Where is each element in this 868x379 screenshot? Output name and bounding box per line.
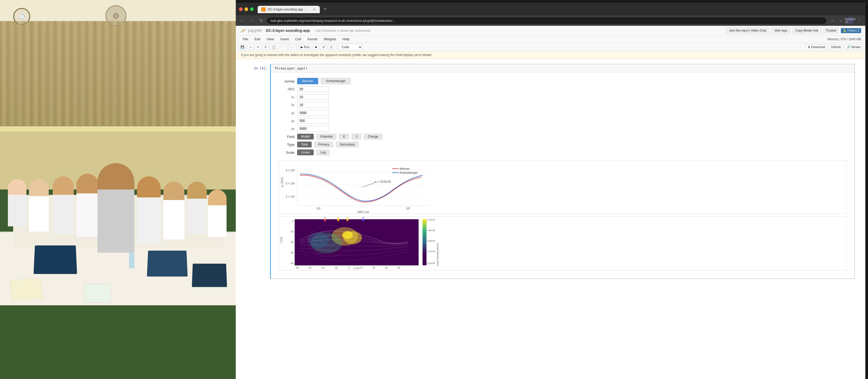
param-input-rho1[interactable] bbox=[297, 110, 329, 116]
back-button[interactable]: ← bbox=[239, 17, 246, 24]
close-window-button[interactable] bbox=[239, 7, 243, 11]
menu-kernel[interactable]: Kernel bbox=[305, 36, 320, 42]
copy-button[interactable]: ⎘ bbox=[262, 44, 269, 50]
download-button[interactable]: ⬇ Download bbox=[806, 44, 828, 50]
browser-tab-active[interactable]: J DC-3-layer-sounding-app - Ju... ✕ bbox=[258, 6, 320, 13]
tab-close-button[interactable]: ✕ bbox=[312, 7, 316, 11]
svg-text:A: A bbox=[324, 217, 326, 219]
visit-repo-button[interactable]: Visit repo bbox=[771, 27, 790, 34]
bookmark-icon[interactable]: ☆ bbox=[829, 17, 836, 24]
restart-run-button[interactable]: ⟩⟩ bbox=[328, 44, 335, 50]
jupyter-toolbar: 💾 + ✂ ⎘ 📋 ↑ ↓ ▶ Run ■ ↺ ⟩⟩ Code Markdown… bbox=[236, 43, 865, 51]
menu-insert[interactable]: Insert bbox=[278, 36, 291, 42]
move-down-button[interactable]: ↓ bbox=[289, 44, 294, 50]
menu-icon[interactable]: ⋮ bbox=[855, 17, 863, 24]
restart-button[interactable]: ↺ bbox=[320, 44, 327, 50]
maximize-window-button[interactable] bbox=[250, 7, 254, 11]
schlumberger-button[interactable]: Schlumberger bbox=[321, 78, 351, 84]
field-j-button[interactable]: J bbox=[352, 134, 361, 139]
info-banner: If you are going to interact with the sl… bbox=[236, 51, 865, 59]
field-model-button[interactable]: Model bbox=[297, 134, 314, 139]
svg-text:-10: -10 bbox=[290, 230, 293, 233]
type-total-button[interactable]: Total bbox=[297, 142, 312, 147]
memory-label: Memory: 579 / 2048 MB bbox=[828, 37, 861, 41]
menu-edit[interactable]: Edit bbox=[252, 36, 263, 42]
svg-text:2 × 10³: 2 × 10³ bbox=[285, 195, 295, 198]
menu-file[interactable]: File bbox=[240, 36, 251, 42]
field-charge-button[interactable]: Charge bbox=[364, 134, 382, 139]
resistivity-chart: 4 × 10³ 3 × 10³ 2 × 10³ 10¹ 10² bbox=[279, 161, 847, 214]
svg-text:N: N bbox=[346, 217, 348, 219]
param-input-rho3[interactable] bbox=[297, 126, 329, 132]
cell-code[interactable]: ThreeLayer_app() bbox=[271, 64, 855, 73]
field-label: Field bbox=[279, 135, 294, 139]
cell-type-select[interactable]: Code Markdown Raw bbox=[339, 44, 363, 50]
interrupt-button[interactable]: ■ bbox=[313, 44, 319, 50]
new-tab-button[interactable]: + bbox=[321, 5, 329, 13]
field-e-button[interactable]: E bbox=[339, 134, 349, 139]
svg-text:1.7e-01: 1.7e-01 bbox=[427, 218, 435, 221]
browser-icons: ☆ ⌕ Incognito (2) ⋮ bbox=[829, 17, 863, 24]
save-button[interactable]: 💾 bbox=[239, 44, 247, 50]
type-row: Type Total Primary Secondary bbox=[279, 142, 847, 147]
field-potential-button[interactable]: Potential bbox=[316, 134, 337, 139]
menu-widgets[interactable]: Widgets bbox=[321, 36, 339, 42]
minimize-window-button[interactable] bbox=[245, 7, 248, 11]
svg-text:10¹: 10¹ bbox=[316, 207, 320, 210]
param-label-h2: h₂ bbox=[279, 103, 294, 107]
python-icon: 🐍 bbox=[843, 29, 847, 32]
menu-view[interactable]: View bbox=[264, 36, 277, 42]
svg-text:10²: 10² bbox=[406, 207, 410, 210]
svg-text:0: 0 bbox=[292, 220, 293, 222]
scale-linear-button[interactable]: Linear bbox=[297, 149, 314, 155]
paste-button[interactable]: 📋 bbox=[270, 44, 278, 50]
jupyter-header: 🪐 jupyter DC-3-layer-sounding-app Last C… bbox=[236, 26, 865, 36]
forward-button[interactable]: → bbox=[248, 17, 255, 24]
add-cell-button[interactable]: + bbox=[248, 44, 254, 50]
scale-log-button[interactable]: Log bbox=[316, 149, 330, 155]
param-row-ab2: AB/2 bbox=[279, 86, 847, 92]
notebook-title[interactable]: DC-3-layer-sounding-app bbox=[266, 28, 310, 33]
svg-text:-10: -10 bbox=[334, 266, 338, 269]
copy-binder-link-button[interactable]: Copy Binder link bbox=[793, 27, 821, 34]
run-button[interactable]: ▶ Run bbox=[299, 44, 312, 50]
type-secondary-button[interactable]: Secondary bbox=[336, 142, 359, 147]
github-button[interactable]: GitHub bbox=[829, 44, 843, 50]
profile-button[interactable]: Incognito (2) bbox=[846, 17, 854, 24]
toolbar-separator-3 bbox=[337, 44, 337, 50]
scale-row: Scale Linear Log bbox=[279, 149, 847, 155]
svg-text:20: 20 bbox=[372, 266, 375, 269]
svg-text:B: B bbox=[363, 217, 364, 219]
param-input-rho2[interactable] bbox=[297, 118, 329, 124]
param-input-h1[interactable] bbox=[297, 94, 329, 100]
svg-text:-20: -20 bbox=[290, 241, 293, 243]
binder-button[interactable]: 🔗 Binder bbox=[844, 44, 863, 50]
type-label: Type bbox=[279, 143, 294, 147]
param-input-h2[interactable] bbox=[297, 102, 329, 108]
tab-bar: J DC-3-layer-sounding-app - Ju... ✕ + bbox=[258, 5, 862, 13]
jupyter-logo: 🪐 jupyter bbox=[240, 27, 262, 34]
param-label-rho2: ρ₂ bbox=[279, 119, 294, 123]
search-icon[interactable]: ⌕ bbox=[837, 17, 845, 24]
address-input[interactable] bbox=[267, 18, 826, 24]
wenner-button[interactable]: Wenner bbox=[297, 78, 318, 84]
current-density-viz: A M N B bbox=[279, 216, 847, 271]
svg-text:3 × 10³: 3 × 10³ bbox=[285, 182, 295, 185]
move-up-button[interactable]: ↑ bbox=[282, 44, 288, 50]
param-row-rho1: ρ₁ bbox=[279, 110, 847, 116]
menu-help[interactable]: Help bbox=[340, 36, 352, 42]
reload-button[interactable]: ↻ bbox=[257, 17, 265, 24]
traffic-lights[interactable] bbox=[239, 7, 254, 11]
param-label-rho3: ρ₃ bbox=[279, 127, 294, 131]
type-primary-button[interactable]: Primary bbox=[314, 142, 333, 147]
svg-text:2.1e-04: 2.1e-04 bbox=[427, 250, 435, 253]
menu-cell[interactable]: Cell bbox=[293, 36, 304, 42]
address-bar-row: ← → ↻ ☆ ⌕ Incognito (2) ⋮ bbox=[236, 15, 865, 26]
param-row-h2: h₂ bbox=[279, 102, 847, 108]
jupyter-header-right: Join this repo's Video Chat Visit repo C… bbox=[726, 27, 861, 34]
cut-button[interactable]: ✂ bbox=[255, 44, 261, 50]
param-input-ab2[interactable] bbox=[297, 86, 329, 92]
video-chat-button[interactable]: Join this repo's Video Chat bbox=[726, 27, 769, 34]
cell-body[interactable]: ThreeLayer_app() survey Wenner Schlumber… bbox=[270, 64, 855, 279]
tab-favicon: J bbox=[261, 7, 266, 11]
